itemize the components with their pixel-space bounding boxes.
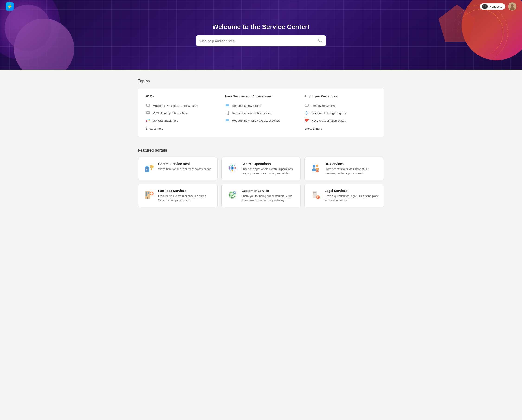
portal-icon-facilities	[143, 189, 155, 201]
portal-title: Facilities Services	[158, 189, 213, 193]
svg-point-48	[231, 167, 233, 169]
search-bar[interactable]	[196, 35, 326, 47]
svg-point-52	[315, 168, 319, 170]
svg-point-49	[313, 165, 315, 168]
svg-point-44	[231, 164, 233, 166]
topic-item[interactable]: Record vaccination status	[304, 117, 376, 124]
portal-icon-hr	[309, 162, 321, 174]
topic-item-label: VPN client update for Mac	[153, 111, 188, 115]
svg-point-2	[510, 7, 514, 10]
nav-bar: ⚡ 14 Requests	[0, 0, 522, 13]
topic-item[interactable]: Request new hardware accessories	[225, 117, 297, 124]
portal-title: HR Services	[325, 162, 379, 166]
show-more-faqs[interactable]: Show 2 more	[146, 127, 218, 130]
portal-description: This is the spot where Central Operation…	[242, 167, 296, 175]
topic-item[interactable]: General Slack help	[146, 117, 218, 124]
svg-rect-40	[151, 169, 152, 170]
portal-title: Central Operations	[242, 162, 296, 166]
svg-rect-38	[147, 169, 148, 170]
svg-text:§: §	[317, 196, 319, 199]
topic-faqs-heading: FAQs	[146, 94, 218, 98]
topic-item-label: Macbook Pro Setup for new users	[153, 104, 198, 108]
topic-item[interactable]: Employee Central	[304, 102, 376, 109]
topics-section-title: Topics	[138, 79, 384, 83]
svg-rect-12	[149, 119, 150, 120]
portal-info-legal: Legal Services Have a question for Legal…	[325, 189, 379, 202]
svg-rect-68	[313, 192, 316, 193]
svg-rect-16	[226, 104, 229, 106]
portal-card-facilities[interactable]: Facilities Services From parties to main…	[138, 184, 218, 207]
portal-info-central-ops: Central Operations This is the spot wher…	[242, 162, 296, 175]
show-more-employee[interactable]: Show 1 more	[304, 127, 376, 130]
portal-info-central-service: Central Service Desk We're here for all …	[158, 162, 212, 171]
svg-rect-6	[146, 107, 150, 107]
portal-title: Customer Service	[242, 189, 296, 193]
topic-item[interactable]: Request a new laptop	[225, 102, 297, 109]
topic-item[interactable]: VPN client update for Mac	[146, 109, 218, 117]
topics-card: FAQs Macbook Pro Setup for new users VPN…	[138, 88, 384, 137]
hero-section: ⚡ 14 Requests Welcome to the Service Cen…	[0, 0, 522, 70]
svg-point-46	[231, 170, 233, 171]
svg-rect-57	[146, 194, 147, 196]
svg-rect-11	[147, 119, 148, 120]
svg-rect-55	[146, 192, 147, 194]
svg-line-29	[306, 112, 307, 113]
portal-card-legal[interactable]: § Legal Services Have a question for Leg…	[304, 184, 384, 207]
topic-item-label: Personnel change request	[311, 111, 347, 115]
hardware-icon	[225, 118, 230, 123]
portal-info-hr: HR Services From benefits to payroll, he…	[325, 162, 379, 175]
svg-rect-36	[147, 168, 148, 169]
svg-point-1	[511, 4, 514, 7]
search-input[interactable]	[200, 39, 318, 43]
portal-info-customer: Customer Service Thank you for being our…	[242, 189, 296, 202]
topic-item-label: Request new hardware accessories	[232, 119, 280, 122]
topic-item[interactable]: Macbook Pro Setup for new users	[146, 102, 218, 109]
portal-card-customer[interactable]: Customer Service Thank you for being our…	[221, 184, 301, 207]
svg-rect-17	[225, 107, 230, 107]
portals-grid: Central Service Desk We're here for all …	[138, 157, 384, 207]
svg-rect-7	[146, 112, 150, 114]
svg-rect-34	[146, 166, 148, 167]
topic-col-faqs: FAQs Macbook Pro Setup for new users VPN…	[146, 94, 218, 130]
topic-item[interactable]: Request a new mobile device	[225, 109, 297, 117]
requests-badge[interactable]: 14 Requests	[480, 3, 505, 9]
svg-line-4	[321, 41, 322, 42]
svg-rect-8	[146, 114, 150, 114]
central-ops-icon	[226, 162, 238, 174]
svg-point-19	[227, 114, 228, 115]
laptop-icon	[146, 103, 150, 108]
nav-logo[interactable]: ⚡	[6, 2, 14, 11]
avatar-image	[508, 2, 516, 11]
svg-rect-37	[146, 169, 147, 170]
svg-point-51	[316, 164, 318, 167]
nav-right: 14 Requests	[480, 2, 516, 11]
portal-icon-central-ops	[226, 162, 238, 174]
avatar[interactable]	[508, 2, 516, 11]
facilities-icon	[143, 189, 155, 201]
portal-title: Central Service Desk	[158, 162, 212, 166]
topic-col-devices: New Devices and Accessories Request a ne…	[225, 94, 297, 130]
svg-rect-56	[148, 192, 149, 194]
customer-service-icon	[226, 189, 238, 201]
portal-card-central-ops[interactable]: Central Operations This is the spot wher…	[221, 157, 301, 180]
topic-item[interactable]: Personnel change request	[304, 109, 376, 117]
topic-devices-heading: New Devices and Accessories	[225, 94, 297, 98]
svg-rect-14	[149, 120, 150, 121]
topics-section: Topics FAQs Macbook Pro Setup for new us…	[138, 79, 384, 137]
portal-card-central-service[interactable]: Central Service Desk We're here for all …	[138, 157, 218, 180]
svg-rect-69	[313, 194, 316, 194]
portal-card-hr[interactable]: HR Services From benefits to payroll, he…	[304, 157, 384, 180]
svg-point-47	[229, 167, 230, 169]
portal-description: We're here for all of your technology ne…	[158, 167, 212, 171]
topic-col-employee: Employee Resources Employee Central	[304, 94, 376, 130]
svg-rect-24	[305, 107, 309, 107]
central-service-desk-icon	[143, 162, 155, 174]
portals-section: Featured portals	[138, 148, 384, 207]
topic-item-label: Request a new mobile device	[232, 111, 271, 115]
topic-item-label: Request a new laptop	[232, 104, 261, 108]
svg-rect-5	[146, 104, 150, 106]
search-icon	[318, 38, 322, 44]
laptop-blue-icon	[225, 103, 230, 108]
topic-item-label: Employee Central	[311, 104, 335, 108]
svg-rect-9	[146, 120, 147, 121]
